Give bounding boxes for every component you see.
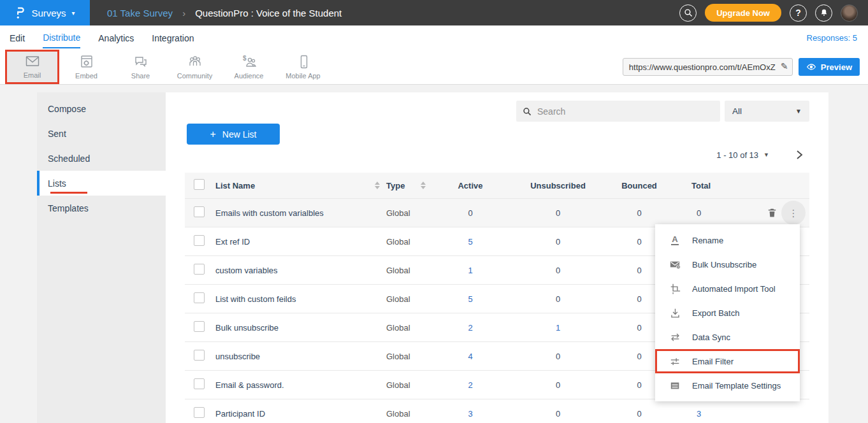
responses-count[interactable]: Responses: 5: [807, 33, 858, 43]
sidebar-item-sent[interactable]: Sent: [37, 121, 166, 146]
sidebar-item-scheduled[interactable]: Scheduled: [37, 146, 166, 171]
user-avatar[interactable]: [841, 4, 858, 22]
channel-mobile-app[interactable]: Mobile App: [276, 50, 330, 84]
mobile-app-icon: [296, 54, 311, 69]
survey-tabs: Edit Distribute Analytics Integration Re…: [0, 25, 868, 50]
tab-integration[interactable]: Integration: [152, 27, 194, 48]
list-search: [516, 101, 720, 122]
row-checkbox[interactable]: [194, 264, 205, 275]
tab-edit[interactable]: Edit: [10, 27, 25, 48]
product-name: Surveys: [31, 8, 66, 18]
pagination: 1 - 10 of 13 ▼: [716, 150, 803, 160]
row-checkbox[interactable]: [194, 378, 205, 389]
row-checkbox[interactable]: [194, 350, 205, 361]
search-button[interactable]: [679, 4, 697, 22]
automated-import-icon: [669, 283, 681, 294]
menu-item-rename[interactable]: A Rename: [655, 228, 800, 252]
help-button[interactable]: ?: [790, 4, 807, 22]
distribute-toolbar: Email Embed Share Community $ Audience M…: [0, 50, 868, 85]
breadcrumb-folder[interactable]: 01 Take Survey: [107, 8, 173, 18]
eye-icon: [806, 63, 816, 71]
page-range-dropdown[interactable]: 1 - 10 of 13 ▼: [716, 150, 769, 160]
topbar: Surveys ▾ 01 Take Survey › QuestionPro :…: [0, 0, 868, 25]
sidebar-item-compose[interactable]: Compose: [37, 96, 166, 121]
menu-item-email-template-settings[interactable]: Email Template Settings: [655, 373, 800, 398]
delete-icon: [767, 207, 778, 219]
chevron-right-icon: ›: [182, 8, 185, 18]
chevron-down-icon: ▼: [763, 152, 769, 158]
questionpro-logo: [15, 7, 25, 19]
survey-title: QuestionPro : Voice of the Student: [195, 8, 342, 18]
tab-distribute[interactable]: Distribute: [43, 27, 80, 48]
sidebar-item-templates[interactable]: Templates: [37, 196, 166, 220]
menu-item-bulk-unsubscribe[interactable]: Bulk Unsubscribe: [655, 252, 800, 276]
embed-icon: [79, 54, 94, 69]
topbar-actions: Upgrade Now ?: [679, 4, 858, 22]
table-row: Emails with custom varialbles Global 0 0…: [185, 198, 809, 227]
menu-item-email-filter[interactable]: Email Filter: [655, 349, 800, 373]
delete-list-button[interactable]: [767, 207, 778, 219]
surveys-product-menu[interactable]: Surveys ▾: [0, 0, 90, 25]
row-checkbox[interactable]: [194, 321, 205, 332]
table-row: Participant ID Global 3 0 0 3: [185, 399, 809, 423]
email-filter-icon: [669, 357, 681, 366]
bell-icon: [820, 8, 828, 17]
plus-icon: +: [210, 129, 215, 140]
questionpro-app: Surveys ▾ 01 Take Survey › QuestionPro :…: [0, 0, 868, 423]
sort-icon[interactable]: [421, 182, 426, 189]
channel-community[interactable]: Community: [168, 50, 222, 84]
new-list-button[interactable]: + New List: [187, 124, 280, 145]
search-icon: [523, 107, 532, 116]
row-checkbox[interactable]: [194, 292, 205, 303]
notifications-button[interactable]: [815, 4, 832, 22]
search-icon: [684, 8, 693, 17]
more-options-button[interactable]: ⋮: [781, 201, 806, 225]
next-page-button[interactable]: [796, 150, 803, 160]
rename-icon: A: [669, 235, 681, 245]
audience-icon: $: [241, 54, 257, 69]
annotation-red-underline: [50, 192, 87, 194]
sort-icon[interactable]: [375, 182, 380, 189]
pencil-icon[interactable]: ✎: [781, 61, 788, 71]
channel-embed[interactable]: Embed: [59, 50, 113, 84]
survey-link-area: ✎ Preview: [623, 50, 860, 84]
channel-share[interactable]: Share: [113, 50, 168, 84]
community-icon: [187, 54, 203, 69]
chevron-right-icon: [796, 150, 803, 160]
sidebar-item-lists[interactable]: Lists: [37, 171, 166, 196]
row-checkbox[interactable]: [194, 235, 205, 246]
menu-item-automated-import-tool[interactable]: Automated Import Tool: [655, 276, 800, 301]
search-input[interactable]: [537, 106, 714, 117]
row-checkbox[interactable]: [194, 206, 205, 217]
share-icon: [133, 54, 148, 69]
breadcrumb: 01 Take Survey › QuestionPro : Voice of …: [107, 8, 342, 18]
row-checkbox[interactable]: [194, 407, 205, 418]
email-template-settings-icon: [669, 381, 681, 391]
survey-url-input[interactable]: [623, 58, 793, 76]
select-all-checkbox[interactable]: [194, 179, 205, 190]
preview-button[interactable]: Preview: [799, 58, 860, 76]
email-sidebar: Compose Sent Scheduled Lists Templates: [37, 92, 166, 423]
filter-dropdown[interactable]: All ▼: [725, 101, 809, 122]
list-options-menu: A Rename Bulk Unsubscribe Automated Impo…: [655, 224, 800, 401]
upgrade-now-button[interactable]: Upgrade Now: [705, 4, 781, 22]
table-header-row: List Name Type Active Unsubscribed Bounc…: [185, 173, 809, 198]
channel-email[interactable]: Email: [5, 50, 59, 84]
chevron-down-icon: ▾: [72, 10, 75, 17]
menu-item-data-sync[interactable]: Data Sync: [655, 325, 800, 349]
email-icon: [24, 55, 41, 69]
bulk-unsubscribe-icon: [669, 259, 681, 269]
svg-text:$: $: [243, 55, 247, 62]
export-batch-icon: [669, 308, 681, 319]
tab-analytics[interactable]: Analytics: [98, 27, 134, 48]
chevron-down-icon: ▼: [795, 108, 802, 115]
data-sync-icon: [669, 333, 681, 342]
channel-audience[interactable]: $ Audience: [222, 50, 276, 84]
menu-item-export-batch[interactable]: Export Batch: [655, 301, 800, 325]
